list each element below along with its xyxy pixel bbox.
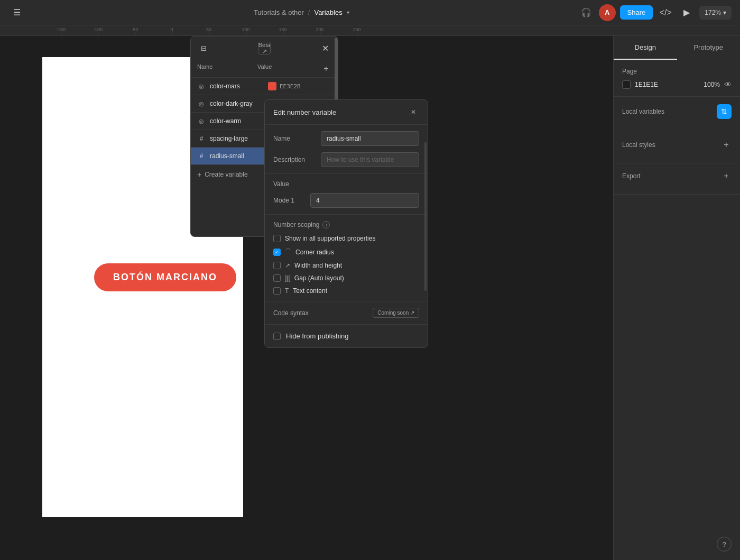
- topbar-right: 🎧 A Share </> ▶ 172% ▾: [578, 4, 732, 21]
- zoom-level: 172%: [705, 9, 721, 16]
- ruler-mark: -100: [79, 27, 116, 35]
- zoom-chevron-icon: ▾: [723, 9, 726, 16]
- ruler-label: -50: [131, 27, 138, 32]
- modal-title: Edit number variable: [273, 108, 336, 116]
- color-variable-icon: ◎: [197, 82, 206, 90]
- local-variables-section: Local variables ⇅: [614, 97, 740, 132]
- text-icon: T: [285, 287, 289, 295]
- zoom-control[interactable]: 172% ▾: [699, 6, 732, 20]
- topbar-center: Tutorials & other / Variables ▾: [254, 8, 349, 16]
- checkbox-row-gap[interactable]: ]|[ Gap (Auto layout): [273, 274, 419, 282]
- ruler-label: 100: [242, 27, 249, 32]
- create-variable-label: Create variable: [205, 171, 247, 178]
- topbar: ☰ Tutorials & other / Variables ▾ 🎧 A Sh…: [0, 0, 740, 25]
- name-field-input[interactable]: [321, 131, 419, 146]
- beta-badge-button[interactable]: Beta ↗: [258, 42, 271, 54]
- value-section: Value Mode 1: [265, 174, 428, 215]
- local-variables-button[interactable]: ⇅: [717, 104, 732, 119]
- ruler-label: -150: [56, 27, 66, 32]
- ruler-tick: [283, 32, 283, 35]
- variable-name: color-dark-gray: [210, 100, 268, 107]
- checkbox-all[interactable]: [273, 235, 281, 242]
- coming-soon-label: Coming soon ↗: [377, 310, 414, 316]
- ruler-label: 250: [353, 27, 360, 32]
- share-button[interactable]: Share: [620, 5, 653, 20]
- page-color-opacity[interactable]: 100%: [704, 81, 720, 88]
- add-variable-column-button[interactable]: +: [321, 63, 331, 74]
- scope-label: Width and height: [294, 262, 342, 269]
- name-field-row: Name: [273, 131, 419, 146]
- modal-close-button[interactable]: ✕: [408, 106, 419, 118]
- description-field-input[interactable]: [321, 152, 419, 167]
- hamburger-button[interactable]: ☰: [8, 4, 25, 21]
- page-section: Page 1E1E1E 100% 👁: [614, 60, 740, 97]
- right-panel: Design Prototype Page 1E1E1E 100% 👁 Loca…: [613, 36, 740, 560]
- modal-scrollbar[interactable]: [424, 142, 427, 291]
- panel-layout-icon-button[interactable]: ⊟: [197, 42, 210, 54]
- canvas-button: BOTÓN MARCIANO: [94, 263, 236, 291]
- play-icon-button[interactable]: ▶: [678, 4, 695, 21]
- checkbox-row-size[interactable]: ↗ Width and height: [273, 262, 419, 269]
- page-color-row: 1E1E1E 100% 👁: [622, 80, 732, 89]
- mode-input[interactable]: [310, 193, 419, 208]
- scope-label: Gap (Auto layout): [294, 274, 344, 282]
- export-section: Export +: [614, 163, 740, 195]
- tab-design[interactable]: Design: [614, 36, 677, 60]
- page-color-hex[interactable]: 1E1E1E: [635, 81, 699, 88]
- ruler-mark: -50: [116, 27, 153, 35]
- mode-row: Mode 1: [273, 193, 419, 208]
- size-icon: ↗: [285, 262, 290, 269]
- checkbox-text[interactable]: [273, 287, 281, 295]
- local-styles-add-button[interactable]: +: [721, 140, 732, 150]
- checkbox-size[interactable]: [273, 262, 281, 269]
- canvas-area[interactable]: BOTÓN MARCIANO ⊟ Beta ↗ ✕ Name Value + ◎…: [0, 36, 613, 560]
- avatar: A: [599, 4, 616, 21]
- breadcrumb-separator: /: [308, 8, 310, 16]
- checkbox-row-corner[interactable]: ⌒ Corner radius: [273, 247, 419, 256]
- ruler-tick: [135, 32, 135, 35]
- ruler: -150 -100 -50 0 50 100 150 200: [0, 25, 740, 36]
- local-variables-title: Local variables: [622, 108, 664, 115]
- export-add-button[interactable]: +: [721, 171, 732, 181]
- eye-icon[interactable]: 👁: [724, 80, 732, 89]
- color-variable-icon: ◎: [197, 99, 206, 108]
- local-styles-section: Local styles +: [614, 132, 740, 163]
- file-name[interactable]: Variables: [314, 8, 342, 16]
- variables-panel-close-button[interactable]: ✕: [319, 42, 331, 54]
- canvas-button-text: BOTÓN MARCIANO: [113, 272, 217, 282]
- topbar-left: ☰: [8, 4, 25, 21]
- coming-soon-badge[interactable]: Coming soon ↗: [373, 308, 419, 318]
- headphones-icon-button[interactable]: 🎧: [578, 4, 595, 21]
- variable-value-area: EE3E2B: [268, 82, 331, 90]
- ruler-tick: [209, 32, 209, 35]
- scope-label: Show in all supported properties: [285, 235, 375, 242]
- ruler-marks: -150 -100 -50 0 50 100 150 200: [0, 25, 740, 35]
- publish-section: Hide from publishing: [265, 325, 428, 347]
- variables-panel-columns: Name Value +: [191, 60, 338, 78]
- page-color-swatch[interactable]: [622, 80, 631, 89]
- ruler-label: 0: [170, 27, 173, 32]
- export-title: Export: [622, 172, 641, 180]
- checkbox-corner[interactable]: [273, 249, 281, 256]
- corner-radius-icon: ⌒: [285, 247, 291, 256]
- checkbox-row-text[interactable]: T Text content: [273, 287, 419, 295]
- project-name: Tutorials & other: [254, 8, 304, 16]
- checkbox-gap[interactable]: [273, 274, 281, 282]
- ruler-mark: 250: [338, 27, 375, 35]
- ruler-mark: 100: [227, 27, 264, 35]
- local-styles-header: Local styles +: [622, 140, 732, 150]
- tab-prototype[interactable]: Prototype: [677, 36, 741, 60]
- variable-row[interactable]: ◎ color-mars EE3E2B: [191, 78, 338, 95]
- file-chevron-icon[interactable]: ▾: [347, 10, 349, 15]
- help-button[interactable]: ?: [717, 537, 732, 552]
- ruler-label: 50: [206, 27, 211, 32]
- code-icon-button[interactable]: </>: [657, 4, 674, 21]
- code-syntax-section: Code syntax Coming soon ↗: [265, 301, 428, 325]
- ruler-mark: 50: [190, 27, 227, 35]
- checkbox-hide-publishing[interactable]: [273, 333, 281, 340]
- variable-name: color-mars: [210, 82, 268, 90]
- ruler-mark: 0: [153, 27, 190, 35]
- checkbox-row-all[interactable]: Show in all supported properties: [273, 235, 419, 242]
- variables-panel-header: ⊟ Beta ↗ ✕: [191, 36, 338, 60]
- ruler-label: -100: [93, 27, 103, 32]
